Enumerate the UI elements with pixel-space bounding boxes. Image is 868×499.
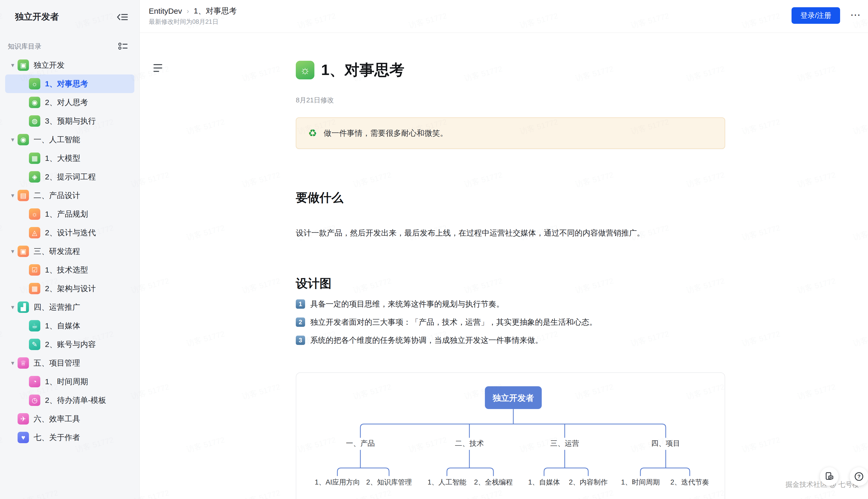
pie-icon: ◷ xyxy=(29,394,40,406)
sort-outline-icon[interactable] xyxy=(118,41,128,51)
aperture-icon: ◍ xyxy=(29,115,40,127)
sidebar-item-label: 3、预期与执行 xyxy=(45,116,96,126)
svg-text:三、运营: 三、运营 xyxy=(550,439,579,447)
section-heading-design: 设计图 xyxy=(296,276,331,292)
svg-text:2、全栈编程: 2、全栈编程 xyxy=(474,478,513,486)
caret-down-icon[interactable]: ▾ xyxy=(9,360,16,367)
more-menu-icon[interactable]: ⋯ xyxy=(850,9,861,21)
breadcrumb-separator-icon: › xyxy=(187,7,189,15)
sidebar-item-label: 1、大模型 xyxy=(45,153,80,164)
plane-icon: ✈ xyxy=(17,413,29,425)
sidebar-item-1[interactable]: ☼1、对事思考 xyxy=(5,74,134,93)
svg-text:二、技术: 二、技术 xyxy=(455,439,484,447)
help-button[interactable]: ? xyxy=(850,467,868,486)
tag-icon: ◈ xyxy=(29,171,40,183)
page: { "app": { "workspace_title": "独立开发者", "… xyxy=(0,0,868,499)
sidebar-item-label: 1、对事思考 xyxy=(45,78,88,89)
heart-icon: ♥ xyxy=(17,432,29,443)
sidebar-item-label: 四、运营推广 xyxy=(34,302,80,313)
sidebar-item-15[interactable]: ✎2、账号与内容 xyxy=(5,335,134,354)
grid-icon: ▦ xyxy=(29,283,40,294)
sidebar-item-19[interactable]: ▾✈六、效率工具 xyxy=(5,410,134,428)
sidebar-item-3[interactable]: ◍3、预期与执行 xyxy=(5,112,134,130)
number-badge-icon: 1 xyxy=(296,300,305,309)
sidebar-item-label: 2、待办清单-模板 xyxy=(45,395,106,406)
doc-title-row: ☼ 1、对事思考 xyxy=(296,60,404,80)
caret-down-icon[interactable]: ▾ xyxy=(9,248,16,255)
sidebar-item-label: 三、研发流程 xyxy=(34,246,80,257)
laptop-icon: ▣ xyxy=(17,60,29,71)
top-header: EntityDev › 1、对事思考 最新修改时间为08月21日 登录/注册 ⋯ xyxy=(139,0,868,33)
sidebar-item-14[interactable]: ☕1、自媒体 xyxy=(5,316,134,335)
sidebar-item-label: 1、技术选型 xyxy=(45,265,88,275)
sidebar-item-label: 二、产品设计 xyxy=(34,190,80,201)
sidebar-item-label: 1、产品规划 xyxy=(45,209,88,219)
svg-text:2、知识库管理: 2、知识库管理 xyxy=(366,478,412,486)
sidebar-item-label: 2、提示词工程 xyxy=(45,172,96,182)
toc-toggle-icon[interactable] xyxy=(153,64,164,74)
sidebar-item-10[interactable]: ▾▣三、研发流程 xyxy=(5,242,134,260)
workspace-title: 独立开发者 xyxy=(15,11,59,23)
sidebar-item-16[interactable]: ▾♕五、项目管理 xyxy=(5,354,134,372)
login-register-button[interactable]: 登录/注册 xyxy=(792,7,840,24)
sidebar-item-label: 一、人工智能 xyxy=(34,134,80,145)
numbered-list-item: 2独立开发者面对的三大事项：「产品，技术，运营」，其实更抽象的是生活和心态。 xyxy=(296,316,597,328)
layers-icon: ▤ xyxy=(17,190,29,201)
sidebar-item-12[interactable]: ▦2、架构与设计 xyxy=(5,279,134,298)
pen-icon: ✎ xyxy=(29,339,40,350)
sidebar-item-label: 1、自媒体 xyxy=(45,320,80,331)
sidebar-item-label: 五、项目管理 xyxy=(34,358,80,368)
sidebar-item-20[interactable]: ▾♥七、关于作者 xyxy=(5,428,134,447)
caret-down-icon[interactable]: ▾ xyxy=(9,62,16,69)
coffee-icon: ☕ xyxy=(29,320,40,331)
sidebar-item-4[interactable]: ▾◉一、人工智能 xyxy=(5,130,134,149)
sidebar-item-label: 2、账号与内容 xyxy=(45,339,96,350)
org-diagram: 独立开发者一、产品1、AI应用方向2、知识库管理二、技术1、人工智能2、全栈编程… xyxy=(296,373,724,499)
compass-icon: ◉ xyxy=(17,134,29,145)
lightbulb-icon: ☼ xyxy=(29,208,40,220)
sidebar-item-label: 2、设计与迭代 xyxy=(45,228,96,238)
svg-text:2、内容制作: 2、内容制作 xyxy=(569,478,607,486)
sidebar-item-13[interactable]: ▾▟四、运营推广 xyxy=(5,298,134,316)
sidebar-item-18[interactable]: ◷2、待办清单-模板 xyxy=(5,391,134,410)
caret-down-icon[interactable]: ▾ xyxy=(9,136,16,143)
breadcrumb-current: 1、对事思考 xyxy=(194,6,237,16)
callout-text: 做一件事情，需要很多耐心和微笑。 xyxy=(324,128,448,138)
sidebar-item-17[interactable]: ◔1、时间周期 xyxy=(5,372,134,391)
sidebar-item-9[interactable]: ◬2、设计与迭代 xyxy=(5,223,134,242)
sidebar-item-0[interactable]: ▾▣独立开发 xyxy=(5,56,134,74)
page-title: 1、对事思考 xyxy=(321,60,404,80)
doc-modified-date: 8月21日修改 xyxy=(296,96,334,105)
svg-text:1、AI应用方向: 1、AI应用方向 xyxy=(315,478,360,486)
document-area: ☼ 1、对事思考 8月21日修改 ♻ 做一件事情，需要很多耐心和微笑。 要做什么… xyxy=(139,33,868,499)
sidebar-item-5[interactable]: ▦1、大模型 xyxy=(5,149,134,168)
section-heading-what: 要做什么 xyxy=(296,190,343,206)
compass-icon: ◉ xyxy=(29,97,40,108)
numbered-list-text: 系统的把各个维度的任务统筹协调，当成独立开发这一件事情来做。 xyxy=(310,335,543,346)
caret-down-icon[interactable]: ▾ xyxy=(9,304,16,311)
caret-down-icon[interactable]: ▾ xyxy=(9,192,16,199)
trophy-icon: ♕ xyxy=(17,357,29,369)
svg-text:2、迭代节奏: 2、迭代节奏 xyxy=(670,478,709,486)
laptop-icon: ▣ xyxy=(17,246,29,257)
svg-text:1、自媒体: 1、自媒体 xyxy=(528,478,560,486)
sidebar: 独立开发者 知识库目录 ▾▣独立开发☼1、对事思考◉2、对人思考◍3、预期与执行… xyxy=(0,0,140,499)
numbered-list: 1具备一定的项目思维，来统筹这件事的规划与执行节奏。2独立开发者面对的三大事项：… xyxy=(296,299,597,353)
feedback-doc-button[interactable] xyxy=(820,467,839,486)
sidebar-item-8[interactable]: ☼1、产品规划 xyxy=(5,205,134,223)
svg-text:1、时间周期: 1、时间周期 xyxy=(621,478,660,486)
svg-text:1、人工智能: 1、人工智能 xyxy=(428,478,466,486)
workspace-header: 独立开发者 xyxy=(0,0,139,31)
sidebar-item-6[interactable]: ◈2、提示词工程 xyxy=(5,168,134,186)
checkbox-icon: ☑ xyxy=(29,264,40,276)
numbered-list-item: 3系统的把各个维度的任务统筹协调，当成独立开发这一件事情来做。 xyxy=(296,334,597,346)
lightbulb-icon: ☼ xyxy=(296,61,314,80)
kb-directory-row: 知识库目录 xyxy=(0,39,139,53)
section-paragraph: 设计一款产品，然后开发出来，最后发布上线，在过程中运营社交媒体，通过不同的内容做… xyxy=(296,227,730,239)
collapse-sidebar-icon[interactable] xyxy=(117,12,128,22)
sidebar-item-2[interactable]: ◉2、对人思考 xyxy=(5,93,134,112)
sidebar-item-11[interactable]: ☑1、技术选型 xyxy=(5,260,134,279)
sidebar-item-7[interactable]: ▾▤二、产品设计 xyxy=(5,186,134,205)
breadcrumb-root[interactable]: EntityDev xyxy=(149,7,182,15)
svg-text:?: ? xyxy=(857,474,860,479)
